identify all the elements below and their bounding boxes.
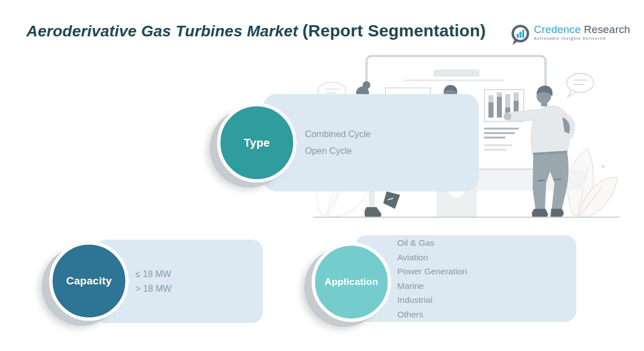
brand-tagline: Actionable Insights Delivered: [534, 36, 630, 40]
page-title-market: Aeroderivative Gas Turbines Market: [26, 22, 303, 40]
list-item: Others: [397, 307, 576, 322]
list-item: > 18 MW: [135, 282, 263, 296]
logo-bar-small: [517, 34, 519, 38]
brand-name: Credence Research: [534, 24, 630, 36]
application-label: Application: [325, 277, 378, 288]
type-circle-badge: Type: [217, 103, 297, 182]
list-item: ≤ 18 MW: [135, 267, 263, 282]
list-item: Combined Cycle: [305, 126, 479, 143]
capacity-circle-badge: Capacity: [49, 241, 129, 321]
list-item: Marine: [397, 279, 576, 293]
board-subtitle-line: [404, 79, 504, 81]
dot-decoration: [560, 148, 563, 151]
board-title-placeholder: [434, 69, 480, 77]
capacity-label: Capacity: [66, 275, 112, 287]
brand-name-research: Research: [581, 24, 630, 35]
logo-bar-medium: [519, 32, 521, 38]
list-item: Aviation: [397, 250, 576, 265]
list-item: Power Generation: [397, 264, 576, 279]
list-item: Open Cycle: [305, 143, 479, 160]
infographic-canvas: Aeroderivative Gas Turbines Market (Repo…: [0, 0, 644, 351]
list-item: Oil & Gas: [397, 236, 576, 250]
page-title-segmentation: (Report Segmentation): [303, 21, 486, 40]
brand-name-credence: Credence: [534, 24, 581, 35]
type-label: Type: [244, 137, 270, 149]
list-item: Industrial: [397, 293, 576, 307]
application-circle-badge: Application: [312, 242, 391, 322]
brand-logo: Credence Research Actionable Insights De…: [510, 24, 630, 47]
speech-bubble-right-icon: [567, 73, 594, 97]
page-title: Aeroderivative Gas Turbines Market (Repo…: [26, 20, 486, 41]
credence-research-logo-icon: [510, 24, 530, 47]
logo-bar-large: [522, 30, 524, 38]
brand-logo-text: Credence Research Actionable Insights De…: [534, 24, 630, 40]
